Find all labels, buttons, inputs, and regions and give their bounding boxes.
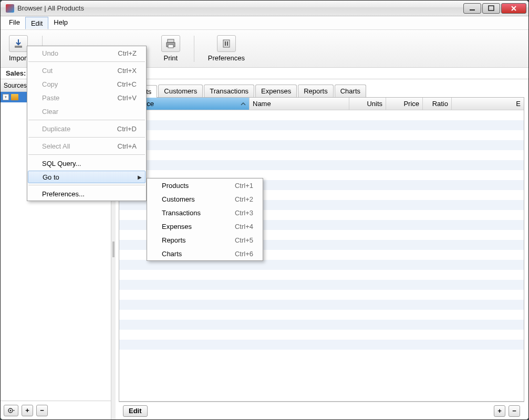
svg-rect-8 (227, 41, 228, 46)
folder-icon (11, 94, 18, 100)
menu-undo[interactable]: UndoCtrl+Z (27, 46, 146, 60)
tab-charts[interactable]: Charts (335, 85, 366, 97)
column-units[interactable]: Units (349, 98, 386, 110)
edit-dropdown: UndoCtrl+Z CutCtrl+X CopyCtrl+C PasteCtr… (27, 46, 147, 201)
edit-button[interactable]: Edit (123, 405, 148, 417)
svg-rect-6 (223, 40, 230, 47)
sidebar-gear-button[interactable] (4, 405, 18, 416)
window-controls (463, 3, 526, 14)
titlebar[interactable]: Browser | All Products (1, 1, 528, 16)
table-row[interactable] (119, 280, 524, 290)
table-row[interactable] (119, 150, 524, 160)
table-row[interactable] (119, 160, 524, 170)
print-label: Print (163, 54, 178, 62)
close-button[interactable] (501, 3, 526, 14)
svg-rect-3 (168, 39, 174, 43)
table-row[interactable] (119, 310, 524, 320)
menu-select-all[interactable]: Select AllCtrl+A (27, 139, 146, 153)
table-row[interactable] (119, 320, 524, 330)
print-button[interactable]: Print (157, 33, 184, 64)
goto-reports[interactable]: ReportsCtrl+5 (147, 233, 263, 247)
tab-reports[interactable]: Reports (298, 85, 334, 97)
app-window: Browser | All Products File Edit Help Im… (0, 0, 529, 420)
table-row[interactable] (119, 140, 524, 150)
tab-expenses[interactable]: Expenses (255, 85, 297, 97)
toolbar-separator (194, 36, 194, 62)
goto-submenu: ProductsCtrl+1 CustomersCtrl+2 Transacti… (147, 178, 263, 261)
svg-rect-5 (168, 45, 173, 48)
menubar: File Edit Help (1, 16, 528, 30)
goto-charts[interactable]: ChartsCtrl+6 (147, 247, 263, 260)
maximize-button[interactable] (482, 3, 500, 14)
goto-expenses[interactable]: ExpensesCtrl+4 (147, 219, 263, 233)
table-row[interactable] (119, 260, 524, 270)
menu-file[interactable]: File (4, 16, 25, 29)
table-row[interactable] (119, 330, 524, 340)
window-title: Browser | All Products (17, 4, 463, 12)
minimize-button[interactable] (463, 3, 481, 14)
tabs: Products Customers Transactions Expenses… (116, 82, 524, 97)
svg-rect-1 (489, 6, 494, 10)
sort-asc-icon (241, 102, 246, 106)
menu-duplicate[interactable]: DuplicateCtrl+D (27, 122, 146, 135)
table-row[interactable] (119, 340, 524, 350)
sidebar-add-button[interactable]: + (22, 405, 33, 416)
goto-transactions[interactable]: TransactionsCtrl+3 (147, 206, 263, 219)
menu-help[interactable]: Help (48, 16, 73, 29)
table-row[interactable] (119, 120, 524, 130)
column-ratio[interactable]: Ratio (423, 98, 452, 110)
expander-icon[interactable]: + (3, 94, 9, 100)
app-icon (6, 4, 14, 13)
svg-rect-0 (470, 9, 475, 10)
table-row[interactable] (119, 270, 524, 280)
svg-point-10 (10, 410, 12, 411)
menu-paste[interactable]: PasteCtrl+V (27, 91, 146, 104)
goto-customers[interactable]: CustomersCtrl+2 (147, 192, 263, 206)
tab-customers[interactable]: Customers (158, 85, 203, 97)
menu-clear[interactable]: Clear (27, 104, 146, 118)
import-icon (9, 35, 28, 52)
tab-transactions[interactable]: Transactions (204, 85, 254, 97)
column-name[interactable]: Name (250, 98, 349, 110)
table-row[interactable] (119, 110, 524, 120)
splitter-grip-icon (112, 242, 115, 257)
preferences-button[interactable]: Preferences (204, 33, 249, 64)
submenu-arrow-icon: ▶ (138, 174, 142, 180)
menu-preferences[interactable]: Preferences... (27, 187, 146, 201)
add-row-button[interactable]: + (494, 405, 505, 417)
menu-copy[interactable]: CopyCtrl+C (27, 77, 146, 91)
goto-products[interactable]: ProductsCtrl+1 (147, 178, 263, 192)
print-icon (161, 35, 180, 52)
preferences-label: Preferences (208, 54, 245, 62)
remove-row-button[interactable]: − (509, 405, 520, 417)
import-label: Import (9, 54, 28, 62)
column-extra[interactable]: E (452, 98, 524, 110)
content-bottombar: Edit + − (119, 402, 524, 419)
sidebar-remove-button[interactable]: − (36, 405, 48, 416)
gear-icon (7, 407, 15, 414)
table-row[interactable] (119, 290, 524, 300)
column-price[interactable]: Price (386, 98, 423, 110)
preferences-icon (217, 35, 236, 52)
menu-sql-query[interactable]: SQL Query... (27, 156, 146, 170)
menu-go-to[interactable]: Go to▶ (28, 171, 146, 183)
svg-rect-2 (15, 46, 22, 48)
menu-cut[interactable]: CutCtrl+X (27, 64, 146, 77)
table-row[interactable] (119, 300, 524, 310)
grid-header: Reference Name Units Price Ratio E (119, 98, 524, 110)
table-row[interactable] (119, 130, 524, 140)
sidebar-bottom: + − (1, 401, 111, 419)
svg-rect-7 (225, 41, 226, 46)
menu-edit[interactable]: Edit (25, 17, 48, 29)
